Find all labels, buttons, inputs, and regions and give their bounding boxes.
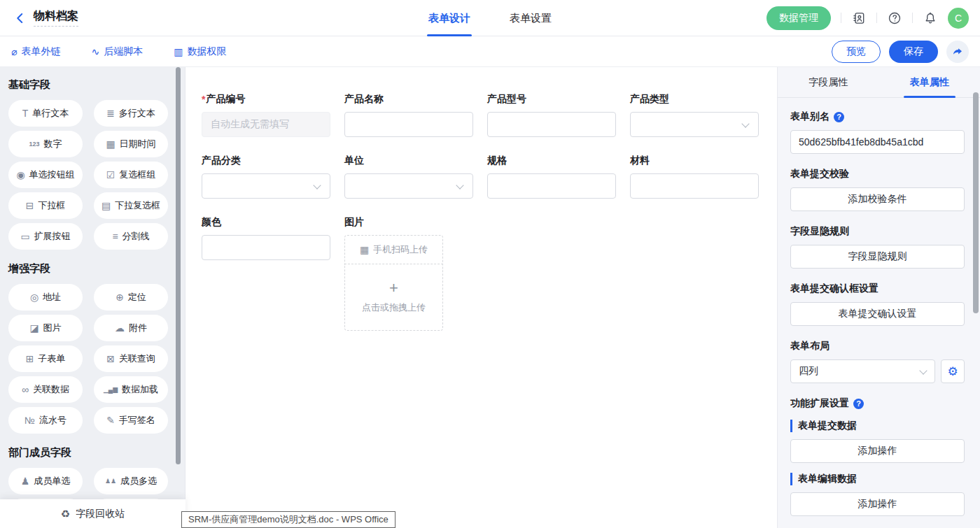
canvas-field-label: 产品分类 [202,154,344,168]
layout-select-value: 四列 [799,365,818,378]
canvas-field[interactable]: 产品名称 [344,92,487,137]
qr-code-icon: ▦ [360,244,369,255]
wps-taskbar-tooltip: SRM-供应商管理demo说明文档.doc - WPS Office [181,511,396,528]
canvas-field[interactable]: 图片▦手机扫码上传+点击或拖拽上传 [344,215,487,331]
canvas-field[interactable]: 规格 [487,154,630,199]
field-pill-image[interactable]: ◪图片 [8,315,83,341]
tab-form-settings[interactable]: 表单设置 [510,0,552,36]
back-icon[interactable] [11,9,29,27]
canvas-field-select[interactable] [630,112,759,137]
attachment-icon: ☁ [115,323,125,333]
canvas-field-input[interactable] [487,112,616,137]
avatar[interactable]: C [948,8,969,29]
field-pill-label: 流水号 [39,414,66,427]
help-icon[interactable] [887,10,902,26]
field-pill-location[interactable]: ⊕定位 [94,284,168,311]
canvas-field-label-text: 产品名称 [344,93,384,106]
sidebar-scrollbar[interactable] [176,67,181,464]
field-pill-data-load[interactable]: ▁▄▆数据加载 [94,376,168,403]
tab-form-properties[interactable]: 表单属性 [879,67,980,97]
bell-icon[interactable] [923,10,938,26]
field-pill-label: 附件 [129,322,147,334]
tab-form-design[interactable]: 表单设计 [428,0,470,36]
page-title[interactable]: 物料档案 [34,9,78,27]
canvas-field[interactable]: 颜色 [202,215,344,331]
field-pill-radio-group[interactable]: ◉单选按钮组 [8,162,83,188]
toolbar-link-external-link[interactable]: ⌀表单外链 [11,45,60,58]
form-canvas[interactable]: *产品编号自动生成无需填写产品名称产品型号产品类型产品分类单位规格材料颜色图片▦… [186,67,777,528]
canvas-field[interactable]: 产品类型 [630,92,773,137]
panel-section-heading: 表单编辑数据 [790,473,965,485]
panel-button[interactable]: 添加操作 [790,439,965,463]
panel-scrollbar[interactable] [973,92,979,313]
field-pill-attachment[interactable]: ☁附件 [94,315,168,341]
toolbar-link-data-permission[interactable]: ▥数据权限 [174,45,226,58]
linked-query-icon: ⊠ [106,354,115,364]
canvas-field-input[interactable] [202,235,330,260]
canvas-field[interactable]: 产品型号 [487,92,630,137]
layout-gear-button[interactable]: ⚙ [941,359,965,383]
canvas-field-input[interactable] [630,173,759,199]
field-pill-linked-data[interactable]: ∞关联数据 [8,376,83,403]
layout-select[interactable]: 四列 [790,359,935,383]
panel-section: 字段显隐规则字段显隐规则 [790,225,965,269]
share-button[interactable] [946,41,969,63]
field-pill-serial-number[interactable]: №流水号 [8,407,83,434]
panel-button[interactable]: 添加操作 [790,492,965,516]
field-pill-signature[interactable]: ✎手写签名 [94,407,168,434]
field-pill-address[interactable]: ◎地址 [8,284,83,311]
panel-button[interactable]: 表单提交确认设置 [790,302,965,326]
contacts-icon[interactable] [851,10,867,26]
required-asterisk: * [202,94,205,105]
panel-button[interactable]: 添加校验条件 [790,187,965,211]
canvas-field[interactable]: 产品分类 [202,154,344,199]
field-pill-checkbox-group[interactable]: ☑复选框组 [94,162,168,188]
canvas-field[interactable]: 单位 [344,154,487,199]
preview-button[interactable]: 预览 [832,41,881,63]
field-pill-dropdown[interactable]: ⊟下拉框 [8,192,83,219]
tab-field-properties[interactable]: 字段属性 [778,67,879,97]
drag-upload-area[interactable]: +点击或拖拽上传 [344,264,443,331]
extend-button-icon: ▭ [20,231,29,241]
field-pill-datetime[interactable]: ▦日期时间 [94,131,168,157]
canvas-field-input[interactable] [344,112,473,137]
panel-section: 表单提交确认框设置表单提交确认设置 [790,283,965,326]
field-pill-subform[interactable]: ⊞子表单 [8,345,83,372]
canvas-field-select[interactable] [344,173,473,199]
scan-upload-button[interactable]: ▦手机扫码上传 [344,235,443,264]
field-pill-multi-line-text[interactable]: ≣多行文本 [94,100,168,127]
data-load-icon: ▁▄▆ [104,387,118,393]
field-pill-number[interactable]: 123数字 [8,131,83,157]
field-recycle-bin[interactable]: ♻ 字段回收站 [0,499,186,528]
field-pill-extend-button[interactable]: ▭扩展按钮 [8,223,83,250]
canvas-field-label-text: 产品分类 [202,155,241,167]
field-pill-member-single[interactable]: ♟成员单选 [8,468,83,494]
field-pill-single-line-text[interactable]: T单行文本 [8,100,83,127]
sidebar-section-title: 增强字段 [8,262,168,276]
save-button[interactable]: 保存 [889,41,938,63]
field-pill-linked-query[interactable]: ⊠关联查询 [94,345,168,372]
field-pill-divider[interactable]: ≡分割线 [94,223,168,250]
canvas-field-input[interactable]: 自动生成无需填写 [202,112,330,137]
toolbar-link-backend-script[interactable]: ∿后端脚本 [91,45,143,58]
canvas-field-label-text: 产品型号 [487,93,526,106]
panel-input[interactable]: 50d625bfb41feb8db45a1cbd [790,130,965,154]
canvas-field-label-text: 颜色 [202,216,221,229]
canvas-field[interactable]: *产品编号自动生成无需填写 [202,92,344,137]
field-pill-member-multi[interactable]: ♟♟成员多选 [94,468,168,494]
help-icon[interactable]: ? [834,112,844,122]
field-pill-label: 扩展按钮 [34,230,71,243]
canvas-field-select[interactable] [202,173,330,199]
canvas-field[interactable]: 材料 [630,154,773,199]
panel-tabs: 字段属性 表单属性 [778,67,980,98]
panel-button[interactable]: 字段显隐规则 [790,245,965,269]
field-pill-dropdown-multi[interactable]: ▤下拉复选框 [94,192,168,219]
canvas-field-input[interactable] [487,173,616,199]
data-manage-button[interactable]: 数据管理 [766,6,831,30]
help-icon[interactable]: ? [853,399,864,409]
number-icon: 123 [29,141,39,148]
signature-icon: ✎ [106,415,115,425]
panel-heading-text: 表单布局 [790,340,830,352]
canvas-field-label: 产品名称 [344,92,487,106]
field-pill-label: 单选按钮组 [29,169,75,181]
